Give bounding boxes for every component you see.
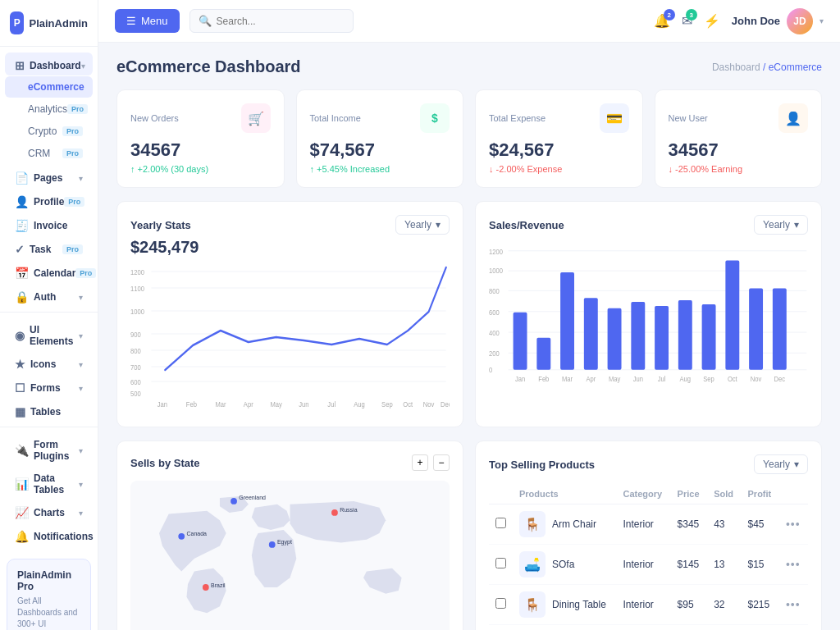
sales-revenue-chart: 1200 1000 800 600 400 200 0 — [489, 244, 808, 392]
notifications-icon: 🔔 — [15, 530, 29, 543]
search-input[interactable] — [217, 16, 331, 27]
product-thumb: 🪑 — [519, 591, 546, 618]
sidebar-item-dashboard[interactable]: ⊞ Dashboard ▾ — [5, 52, 93, 75]
sidebar-item-crypto[interactable]: Crypto Pro — [5, 121, 93, 142]
menu-button[interactable]: ☰ Menu — [115, 9, 180, 33]
sales-revenue-period-select[interactable]: Yearly ▾ — [754, 215, 808, 235]
chevron-down-icon: ▾ — [819, 16, 824, 25]
svg-text:May: May — [270, 399, 282, 409]
sidebar-item-profile[interactable]: 👤Profile Pro — [5, 189, 93, 212]
sidebar-item-crm[interactable]: CRM Pro — [5, 143, 93, 164]
sidebar-item-icons[interactable]: ★Icons ▾ — [5, 351, 93, 374]
auth-icon: 🔒 — [15, 290, 29, 304]
table-row: 🪑 Office Chair Interior $105 23 $345 ••• — [489, 625, 808, 631]
product-price: $95 — [671, 585, 708, 625]
logo-icon: P — [10, 11, 24, 34]
map-zoom-in[interactable]: + — [412, 454, 428, 471]
svg-text:Jul: Jul — [327, 399, 336, 409]
pro-badge: Pro — [64, 197, 84, 207]
stat-card-total-expense: Total Expense 💳 $24,567 ↓ -2.00% Expense — [475, 89, 643, 188]
chevron-right-icon: ▾ — [79, 384, 83, 393]
sidebar-item-notifications[interactable]: 🔔Notifications — [5, 523, 93, 546]
pages-icon: 📄 — [15, 171, 29, 185]
sidebar-item-pages[interactable]: 📄Pages ▾ — [5, 165, 93, 188]
more-options-button[interactable]: ••• — [786, 518, 801, 531]
filter-button[interactable]: ⚡ — [704, 13, 720, 29]
sidebar-item-form-plugins[interactable]: 🔌Form Plugins ▾ — [5, 432, 93, 465]
sidebar-item-analytics[interactable]: Analytics Pro — [5, 98, 93, 120]
chevron-right-icon: ▾ — [79, 446, 83, 455]
sidebar-promo: PlainAdmin Pro Get All Dashboards and 30… — [7, 559, 91, 630]
svg-text:Oct: Oct — [403, 399, 413, 409]
svg-point-73 — [203, 584, 209, 591]
messages-button[interactable]: ✉ 3 — [682, 13, 692, 29]
sidebar-item-invoice[interactable]: 🧾Invoice — [5, 212, 93, 235]
breadcrumb-home[interactable]: Dashboard — [712, 62, 760, 73]
svg-rect-51 — [749, 289, 763, 370]
calendar-icon: 📅 — [15, 267, 29, 280]
svg-text:Mar: Mar — [215, 399, 226, 409]
sidebar-item-task[interactable]: ✓Task Pro — [5, 236, 93, 259]
svg-text:1200: 1200 — [130, 267, 144, 276]
sidebar-item-forms[interactable]: ☐Forms ▾ — [5, 375, 93, 398]
more-options-button[interactable]: ••• — [786, 598, 801, 611]
svg-text:Jul: Jul — [658, 376, 666, 384]
sidebar-item-data-tables[interactable]: 📊Data Tables ▾ — [5, 466, 93, 499]
svg-rect-44 — [584, 298, 598, 370]
sidebar-item-charts[interactable]: 📈Charts ▾ — [5, 500, 93, 523]
search-box[interactable]: 🔍 — [189, 9, 354, 33]
product-sold: 23 — [707, 625, 741, 631]
row-checkbox[interactable] — [495, 558, 506, 568]
svg-text:1000: 1000 — [489, 267, 503, 276]
stat-card-value: 34567 — [669, 139, 809, 161]
product-thumb: 🪑 — [519, 511, 546, 537]
sidebar-item-auth[interactable]: 🔒Auth ▾ — [5, 284, 93, 307]
world-map: Greenland Canada Russia Egypt Brazil — [130, 481, 450, 630]
svg-point-69 — [331, 509, 338, 516]
income-icon: $ — [420, 103, 450, 133]
messages-badge: 3 — [686, 9, 697, 21]
sidebar-item-ui-elements[interactable]: ◉UI Elements ▾ — [5, 317, 93, 350]
stat-card-title: New Orders — [130, 113, 179, 123]
pro-badge: Pro — [62, 244, 83, 254]
svg-text:Jun: Jun — [299, 399, 309, 409]
product-price: $345 — [671, 504, 708, 545]
topbar: ☰ Menu 🔍 🔔 2 ✉ 3 ⚡ John Doe JD ▾ — [98, 0, 840, 43]
svg-text:Dec: Dec — [774, 376, 786, 384]
sidebar: P PlainAdmin ⊞ Dashboard ▾ eCommerce Ana… — [0, 0, 98, 630]
top-products-period-select[interactable]: Yearly ▾ — [754, 454, 808, 474]
sidebar-item-calendar[interactable]: 📅Calendar Pro — [5, 260, 93, 283]
col-price: Price — [671, 484, 708, 504]
stat-card-value: $74,567 — [310, 139, 450, 161]
sidebar-item-tables[interactable]: ▦Tables — [5, 399, 93, 422]
notifications-button[interactable]: 🔔 2 — [654, 13, 670, 29]
sidebar-item-ecommerce[interactable]: eCommerce — [5, 76, 93, 98]
chevron-down-icon: ▾ — [436, 219, 441, 231]
product-thumb: 🛋️ — [519, 551, 546, 578]
svg-rect-49 — [702, 304, 716, 370]
yearly-stats-period-select[interactable]: Yearly ▾ — [395, 215, 450, 235]
dashboard-icon: ⊞ — [15, 59, 25, 72]
avatar: JD — [787, 8, 813, 34]
user-profile[interactable]: John Doe JD ▾ — [732, 8, 824, 34]
sales-revenue-title: Sales/Revenue — [489, 219, 564, 231]
top-products-title: Top Selling Products — [489, 459, 595, 471]
map-zoom-out[interactable]: − — [433, 454, 450, 471]
col-category: Category — [616, 484, 670, 504]
row-checkbox[interactable] — [495, 598, 506, 609]
product-sold: 43 — [707, 504, 741, 545]
svg-rect-43 — [560, 272, 574, 370]
chevron-right-icon: ▾ — [79, 174, 83, 183]
task-icon: ✓ — [15, 243, 25, 256]
svg-text:Egypt: Egypt — [277, 539, 292, 546]
chevron-right-icon: ▾ — [79, 331, 83, 340]
row-checkbox[interactable] — [495, 518, 506, 528]
yearly-stats-value: $245,479 — [130, 238, 450, 257]
stat-card-value: 34567 — [130, 139, 271, 161]
more-options-button[interactable]: ••• — [786, 558, 801, 571]
search-icon: 🔍 — [199, 15, 212, 27]
expense-icon: 💳 — [600, 103, 629, 133]
breadcrumb-current: eCommerce — [769, 62, 822, 73]
page-header: eCommerce Dashboard Dashboard / eCommerc… — [116, 57, 822, 76]
pro-badge: Pro — [75, 268, 96, 278]
